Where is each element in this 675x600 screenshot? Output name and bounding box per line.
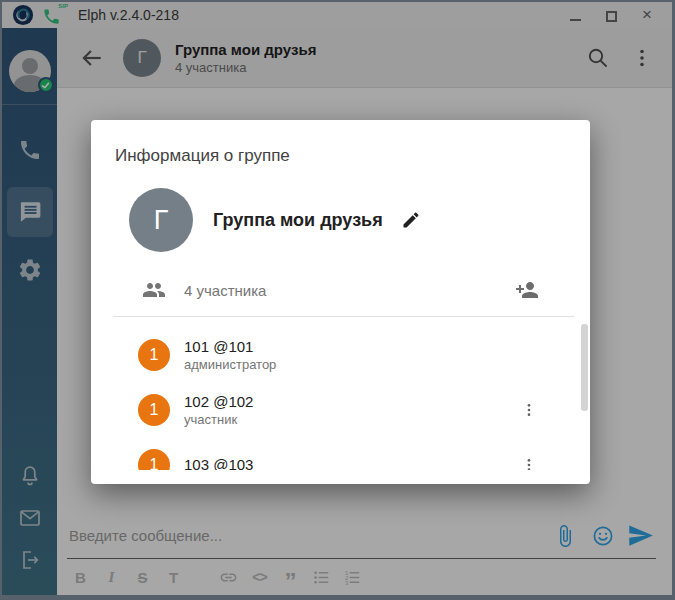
member-row-102[interactable]: 1 102 @102 участник [91,382,590,437]
member-role: участник [184,411,253,428]
add-member-button[interactable] [515,278,539,302]
member-name: 103 @103 [184,455,253,470]
participants-count: 4 участника [184,282,266,299]
member-avatar: 1 [138,394,170,426]
group-avatar-large: Г [129,188,193,252]
member-name: 101 @101 [184,337,276,356]
member-list: 1 101 @101 администратор 1 102 @102 учас… [91,317,590,470]
member-menu-button[interactable] [521,456,537,471]
group-identity-row: Г Группа мои друзья [91,188,590,252]
participants-row: 4 участника [91,276,590,304]
member-avatar: 1 [138,449,170,471]
member-avatar-label: 1 [150,346,159,364]
group-name: Группа мои друзья [213,210,383,231]
member-avatar-label: 1 [150,456,159,471]
group-members-icon [142,278,166,302]
group-avatar-large-letter: Г [154,205,169,236]
member-role: администратор [184,356,276,373]
member-list-scrollbar[interactable] [581,324,588,411]
member-avatar-label: 1 [150,401,159,419]
member-row-103[interactable]: 1 103 @103 [91,437,590,470]
group-info-dialog: Информация о группе Г Группа мои друзья … [91,120,590,484]
member-name: 102 @102 [184,392,253,411]
member-avatar: 1 [138,339,170,371]
dialog-title: Информация о группе [91,120,590,166]
edit-group-name-button[interactable] [401,210,421,230]
app-window: SIP Elph v.2.4.0-218 × [0,0,675,600]
member-row-101[interactable]: 1 101 @101 администратор [91,327,590,382]
member-menu-button[interactable] [521,401,537,419]
